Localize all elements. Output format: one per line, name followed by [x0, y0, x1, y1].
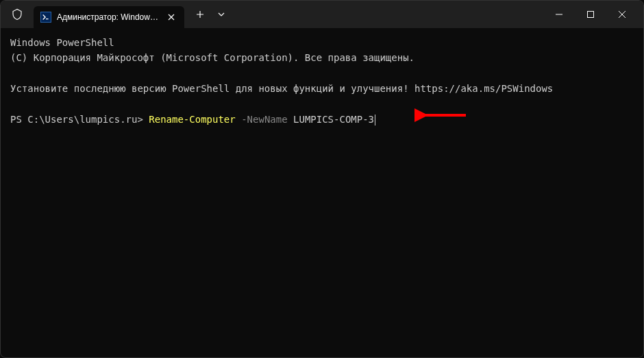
close-button[interactable]: [606, 3, 638, 25]
blank-line: [10, 97, 634, 112]
shield-icon: [9, 6, 25, 23]
prompt-text: PS C:\Users\lumpics.ru>: [10, 114, 149, 125]
tab-dropdown-button[interactable]: [213, 4, 230, 25]
output-line: (C) Корпорация Майкрософт (Microsoft Cor…: [10, 50, 634, 65]
terminal-content[interactable]: Windows PowerShell (C) Корпорация Майкро…: [1, 28, 643, 134]
minimize-button[interactable]: [543, 3, 575, 25]
active-tab[interactable]: Администратор: Windows Pc: [34, 6, 184, 28]
cmdlet-text: Rename-Computer: [149, 114, 235, 125]
tab-close-button[interactable]: [165, 11, 177, 23]
prompt-line: PS C:\Users\lumpics.ru> Rename-Computer …: [10, 112, 634, 127]
param-text: -NewName: [236, 114, 293, 125]
output-line: Установите последнюю версию PowerShell д…: [10, 81, 634, 96]
svg-rect-1: [588, 12, 594, 18]
output-line: Windows PowerShell: [10, 35, 634, 50]
blank-line: [10, 66, 634, 81]
arg-text: LUMPICS-COMP-3: [293, 114, 374, 125]
new-tab-button[interactable]: [190, 4, 210, 25]
titlebar: Администратор: Windows Pc: [1, 1, 643, 28]
text-cursor: [375, 115, 375, 126]
window-controls: [543, 3, 638, 25]
tab-title: Администратор: Windows Pc: [57, 12, 160, 22]
maximize-button[interactable]: [575, 3, 606, 25]
powershell-icon: [40, 12, 51, 23]
